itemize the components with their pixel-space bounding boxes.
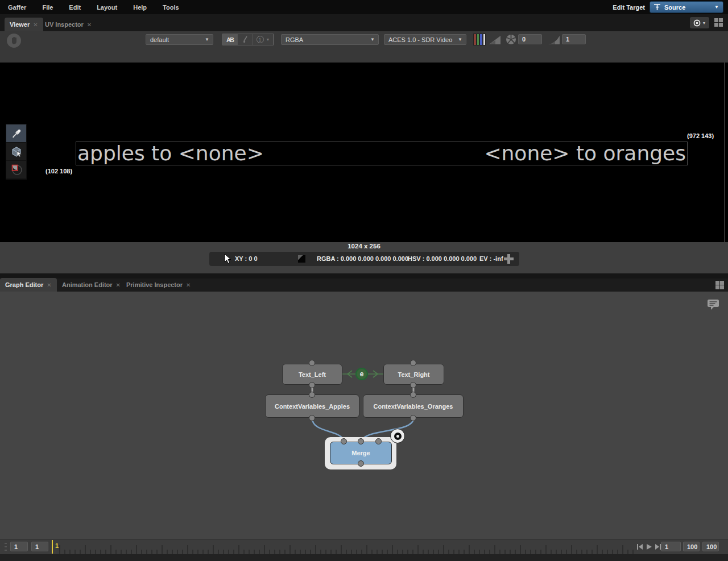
menu-tools[interactable]: Tools	[155, 4, 187, 11]
cube-cursor-icon	[10, 146, 23, 158]
close-icon[interactable]: ✕	[47, 282, 51, 288]
crop-window-tool-button[interactable]	[6, 161, 26, 179]
edit-target-source-dropdown[interactable]: Source ▼	[650, 1, 723, 13]
menubar: Gaffer File Edit Layout Help Tools Edit …	[0, 0, 728, 14]
close-icon[interactable]: ✕	[186, 282, 191, 288]
color-picker-tool-button[interactable]	[6, 124, 26, 143]
close-icon[interactable]: ✕	[116, 282, 121, 288]
node-expression-label: e	[360, 370, 364, 378]
plug-cv-oranges-out[interactable]	[410, 415, 416, 421]
play-icon[interactable]	[646, 543, 652, 550]
gaffer-window: Gaffer File Edit Layout Help Tools Edit …	[0, 0, 728, 561]
source-label: Source	[661, 4, 714, 11]
layout-grid-icon[interactable]	[715, 281, 724, 289]
compare-button-group: AB 1 ▼	[222, 34, 274, 45]
channels-value: RGBA	[282, 36, 370, 43]
node-text-left-label: Text_Left	[299, 371, 326, 378]
colorspace-value: ACES 1.0 - SDR Video	[384, 36, 458, 43]
tab-animation-editor[interactable]: Animation Editor ✕	[57, 278, 126, 292]
plug-merge-in1[interactable]	[358, 438, 364, 444]
range-start-value: 1	[14, 543, 18, 550]
tab-uv-inspector[interactable]: UV Inspector ✕	[40, 18, 97, 31]
plug-merge-in0[interactable]	[341, 438, 347, 444]
menu-help[interactable]: Help	[125, 4, 155, 11]
timeline-end-field[interactable]: 100	[683, 542, 700, 551]
plug-merge-in2[interactable]	[375, 438, 382, 444]
menu-edit[interactable]: Edit	[61, 4, 89, 11]
close-icon[interactable]: ✕	[33, 22, 38, 28]
exposure-field[interactable]: 0	[518, 34, 542, 44]
pan-tool-button[interactable]	[7, 34, 21, 48]
timeline-frame-field[interactable]: 1	[661, 542, 681, 551]
tab-primitive-inspector-label: Primitive Inspector	[126, 281, 183, 288]
node-expression[interactable]: e	[355, 368, 368, 380]
timeline-grip[interactable]	[5, 543, 7, 552]
viewer-tabbar: Viewer ✕ UV Inspector ✕ ▼	[0, 14, 728, 31]
histogram-ramp-icon[interactable]	[488, 34, 502, 45]
plug-cv-oranges-in[interactable]	[410, 392, 416, 398]
tab-animation-editor-label: Animation Editor	[62, 281, 113, 288]
display-transform-value: default	[146, 36, 205, 43]
timeline-range-start-field[interactable]: 1	[10, 542, 28, 551]
tab-primitive-inspector[interactable]: Primitive Inspector ✕	[121, 278, 196, 292]
plus-icon[interactable]	[504, 254, 514, 264]
node-contextvariables-apples-label: ContextVariables_Apples	[275, 403, 350, 410]
gamma-field[interactable]: 1	[562, 34, 586, 44]
colorspace-dropdown[interactable]: ACES 1.0 - SDR Video ▼	[384, 34, 466, 45]
image-text-left: apples to <none>	[76, 142, 264, 165]
exposure-aperture-icon[interactable]	[505, 34, 517, 45]
viewer-tool-stack	[6, 124, 27, 180]
dropdown-arrow-icon: ▼	[702, 21, 706, 25]
status-hsv: HSV : 0.000 0.000 0.000	[408, 255, 477, 262]
timeline-playhead[interactable]	[52, 540, 53, 554]
menu-gaffer[interactable]: Gaffer	[0, 4, 34, 11]
graph-editor-canvas[interactable]: Text_Left Text_Right ContextVariables_Ap…	[0, 292, 728, 539]
hand-icon	[10, 36, 18, 45]
dropdown-arrow-icon: ▼	[458, 37, 466, 42]
plug-text-left-in[interactable]	[309, 360, 315, 366]
compare-ab-button[interactable]: AB	[222, 34, 238, 45]
close-icon[interactable]: ✕	[87, 22, 92, 28]
plug-text-right-out[interactable]	[410, 382, 416, 388]
gamma-curve-icon[interactable]	[547, 34, 561, 45]
channel-solo-icon[interactable]	[473, 34, 486, 45]
channels-dropdown[interactable]: RGBA ▼	[281, 34, 379, 45]
timeline-range-end-field[interactable]: 100	[702, 542, 719, 551]
plug-cv-apples-in[interactable]	[309, 392, 315, 398]
gamma-value: 1	[566, 36, 569, 43]
plug-text-left-out[interactable]	[309, 382, 315, 388]
timeline-bottom-edge	[0, 554, 728, 561]
image-max-coord: (972 143)	[687, 132, 714, 139]
plug-cv-apples-out[interactable]	[309, 415, 315, 421]
display-transform-dropdown[interactable]: default ▼	[146, 34, 213, 45]
tab-graph-editor[interactable]: Graph Editor ✕	[0, 278, 57, 292]
tab-viewer[interactable]: Viewer ✕	[5, 18, 43, 31]
node-text-right-label: Text_Right	[398, 371, 429, 378]
plug-merge-out[interactable]	[358, 460, 364, 467]
image-resolution-label: 1024 x 256	[0, 243, 728, 250]
timeline-bar: 1 1 1 1 100 100	[0, 539, 728, 554]
current-start-value: 1	[35, 543, 39, 550]
skip-to-start-icon[interactable]	[636, 543, 643, 550]
dropdown-arrow-icon: ▼	[370, 37, 378, 42]
compare-image-menu-button[interactable]: 1 ▼	[253, 34, 274, 45]
wipe-icon	[242, 36, 249, 44]
viewer-focus-menu-button[interactable]: ▼	[690, 17, 709, 28]
node-contextvariables-oranges[interactable]: ContextVariables_Oranges	[363, 394, 464, 418]
timeline-ruler[interactable]	[59, 539, 634, 554]
compare-image-number: 1	[257, 36, 264, 43]
layout-grid-icon[interactable]	[714, 18, 723, 27]
tab-graph-editor-label: Graph Editor	[5, 281, 43, 288]
end-value: 100	[687, 543, 697, 550]
plug-text-right-in[interactable]	[410, 360, 416, 366]
crop-window-icon	[10, 164, 23, 176]
timeline-current-start-field[interactable]: 1	[31, 542, 48, 551]
selection-tool-button[interactable]	[6, 143, 26, 161]
compare-wipe-button[interactable]	[238, 34, 253, 45]
menu-file[interactable]: File	[34, 4, 61, 11]
node-contextvariables-apples[interactable]: ContextVariables_Apples	[265, 394, 359, 418]
edit-target-label: Edit Target	[613, 4, 645, 11]
menu-layout[interactable]: Layout	[89, 4, 125, 11]
graph-tabbar: Graph Editor ✕ Animation Editor ✕ Primit…	[0, 279, 728, 292]
focus-ring-icon[interactable]	[390, 429, 405, 443]
